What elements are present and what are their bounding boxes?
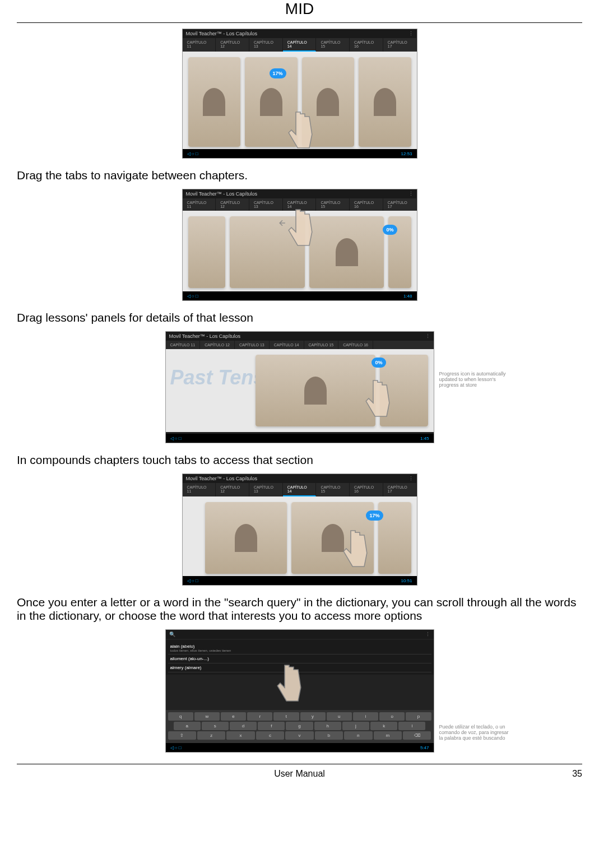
chapter-tab[interactable]: CAPÍTULO 17 [383,198,417,211]
kb-key[interactable]: w [194,712,220,721]
kb-key[interactable]: h [314,722,341,730]
dictionary-item[interactable]: alain (abelo) todos tienen, ellos tienen… [168,642,431,655]
kb-key[interactable]: r [247,712,272,721]
chapter-tab[interactable]: CAPÍTULO 13 [249,38,283,52]
swipe-gesture-icon [278,199,323,256]
chapter-tab[interactable]: CAPÍTULO 16 [338,341,373,349]
page-number: 35 [572,769,582,779]
kb-key[interactable]: m [374,731,402,740]
app-titlebar: Movil Teacher™ - Los Capítulos ⋮ [183,189,417,198]
page-header: MID [17,0,582,22]
kb-key[interactable]: c [256,731,284,740]
lesson-detail-area: Past Tense 0% [166,349,434,432]
lesson-card[interactable] [378,502,411,574]
header-divider [17,22,582,23]
lesson-cards-area: 17% [183,52,417,152]
touch-gesture-icon [333,521,378,577]
kb-key[interactable]: t [273,712,299,721]
android-nav-bar: ◁ ○ □ 12:53 [183,149,417,158]
chapter-tab[interactable]: CAPÍTULO 11 [183,198,216,211]
menu-icon: ⋮ [425,632,430,637]
screenshot-chapters-1: Movil Teacher™ - Los Capítulos ⋮ CAPÍTUL… [182,29,417,159]
chapter-tab[interactable]: CAPÍTULO 16 [350,483,383,496]
kb-key[interactable]: s [202,722,229,730]
chapter-tab[interactable]: CAPÍTULO 13 [235,341,270,349]
kb-key[interactable]: v [285,731,313,740]
screenshot-dictionary: 🔍 ⋮ alain (abelo) todos tienen, ellos ti… [165,629,434,753]
clock: 5:47 [420,745,429,750]
swipe-gesture-icon [355,370,400,426]
kb-key[interactable]: z [197,731,225,740]
chapter-tab[interactable]: CAPÍTULO 16 [350,38,383,52]
chapter-tab[interactable]: CAPÍTULO 11 [183,483,216,496]
chapter-tab[interactable]: CAPÍTULO 15 [304,341,339,349]
chapter-tab[interactable]: CAPÍTULO 17 [383,483,417,496]
menu-icon: ⋮ [425,333,430,339]
progress-badge: 17% [270,68,286,78]
clock: 10:51 [401,578,412,583]
screenshot-lesson-detail: Movil Teacher™ - Los Capítulos ⋮ CAPÍTUL… [165,331,434,443]
kb-key[interactable]: p [406,712,431,721]
lesson-card[interactable] [359,57,411,147]
footer-label: User Manual [274,769,325,779]
instruction-text: Drag the tabs to navigate between chapte… [17,169,582,182]
instruction-text: In compounds chapters touch tabs to acce… [17,453,582,467]
chapter-tab[interactable]: CAPÍTULO 13 [249,483,283,496]
chapter-tab[interactable]: CAPÍTULO 16 [350,198,383,211]
chapter-tab[interactable]: CAPÍTULO 14 [270,341,304,349]
hint-text: Puede utilizar el teclado, o un comando … [439,724,512,741]
kb-key[interactable]: a [174,722,201,730]
nav-icons: ◁ ○ □ [187,294,198,299]
kb-key[interactable]: l [398,722,425,730]
chapter-tab[interactable]: CAPÍTULO 11 [183,38,216,52]
chapter-tab[interactable]: CAPÍTULO 12 [216,198,249,211]
scroll-gesture-icon [267,655,312,711]
kb-key[interactable]: f [258,722,285,730]
kb-key[interactable]: j [342,722,369,730]
chapter-tab[interactable]: CAPÍTULO 15 [316,483,350,496]
kb-key[interactable]: k [370,722,397,730]
kb-backspace-key[interactable]: ⌫ [403,731,431,740]
kb-key[interactable]: e [221,712,246,721]
kb-key[interactable]: b [315,731,343,740]
lesson-card[interactable] [188,57,241,147]
app-title: Movil Teacher™ - Los Capítulos [169,333,240,339]
nav-icons: ◁ ○ □ [187,151,198,156]
kb-key[interactable]: i [353,712,378,721]
app-titlebar: Movil Teacher™ - Los Capítulos ⋮ [183,474,417,483]
chapter-tab[interactable]: CAPÍTULO 14 [283,38,317,52]
clock: 1:48 [403,294,412,299]
chapter-tab[interactable]: CAPÍTULO 12 [216,38,249,52]
dict-translation: todos tienen, ellos tienen, ustedes tien… [170,649,429,652]
chapter-tabs: CAPÍTULO 11 CAPÍTULO 12 CAPÍTULO 13 CAPÍ… [166,341,434,349]
screenshot-compound-tabs: Movil Teacher™ - Los Capítulos ⋮ CAPÍTUL… [182,474,417,586]
chapter-tab[interactable]: CAPÍTULO 17 [383,38,417,52]
hint-text: Progress icon is automatically updated t… [439,371,512,388]
kb-shift-key[interactable]: ⇧ [168,731,196,740]
kb-key[interactable]: d [230,722,257,730]
chapter-tab[interactable]: CAPÍTULO 12 [216,483,249,496]
kb-key[interactable]: u [327,712,352,721]
app-title: Movil Teacher™ - Los Capítulos [186,191,257,197]
menu-icon: ⋮ [408,31,414,36]
kb-key[interactable]: q [168,712,193,721]
app-titlebar: 🔍 ⋮ [166,630,434,639]
lesson-card[interactable] [188,216,226,288]
chapter-tab[interactable]: CAPÍTULO 15 [316,38,350,52]
kb-key[interactable]: n [344,731,372,740]
chapter-tabs: CAPÍTULO 11 CAPÍTULO 12 CAPÍTULO 13 CAPÍ… [183,483,417,496]
progress-badge: 0% [372,358,386,368]
app-titlebar: Movil Teacher™ - Los Capítulos ⋮ [166,332,434,341]
progress-badge: 0% [383,225,397,235]
kb-key[interactable]: x [226,731,254,740]
nav-icons: ◁ ○ □ [170,745,182,750]
kb-key[interactable]: g [286,722,313,730]
chapter-tab[interactable]: CAPÍTULO 12 [200,341,235,349]
app-title: Movil Teacher™ - Los Capítulos [186,476,257,481]
lesson-cards-area: 17% [183,496,417,579]
chapter-tab[interactable]: CAPÍTULO 11 [166,341,201,349]
chapter-tab[interactable]: CAPÍTULO 14 [283,483,317,496]
lesson-card[interactable] [205,502,287,574]
kb-key[interactable]: y [300,712,326,721]
kb-key[interactable]: o [379,712,405,721]
